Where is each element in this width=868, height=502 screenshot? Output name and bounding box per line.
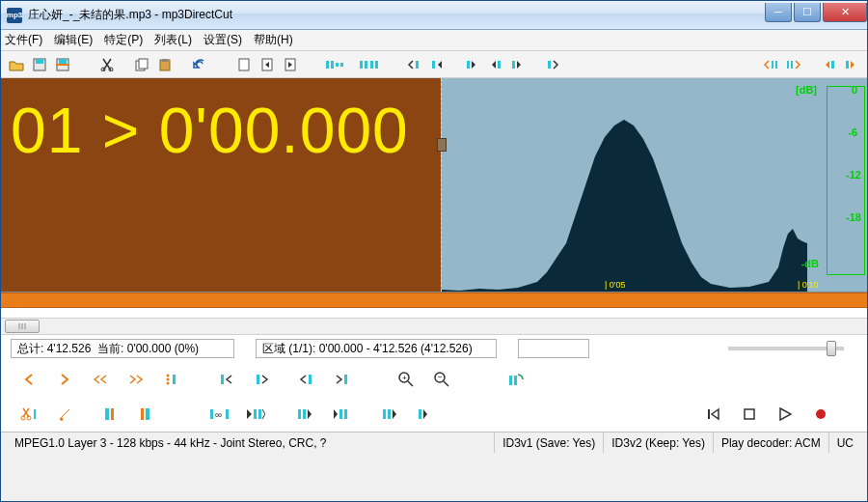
menu-settings[interactable]: 设置(S) xyxy=(203,32,242,48)
edit-shrink-left-icon[interactable] xyxy=(819,55,838,74)
overview-bar[interactable] xyxy=(1,293,867,308)
svg-rect-68 xyxy=(344,409,347,419)
svg-rect-52 xyxy=(514,376,517,385)
status-uc: UC xyxy=(829,432,861,453)
maximize-button[interactable]: ☐ xyxy=(794,3,821,22)
record-icon[interactable] xyxy=(802,401,838,428)
db-unit-label: [dB] xyxy=(796,84,817,96)
play-from-sel-end-icon[interactable] xyxy=(407,401,443,428)
svg-rect-28 xyxy=(772,61,773,69)
edit-jump-back-icon[interactable] xyxy=(761,55,780,74)
open-icon[interactable] xyxy=(7,55,26,74)
save-selection-icon[interactable] xyxy=(53,55,72,74)
svg-rect-56 xyxy=(105,408,109,420)
menu-list[interactable]: 列表(L) xyxy=(154,32,192,48)
sel-begin-next-icon[interactable] xyxy=(244,366,280,393)
close-button[interactable]: ✕ xyxy=(823,3,867,22)
total-value: 4'12.526 xyxy=(47,342,92,355)
play-sel-begin-icon[interactable] xyxy=(286,401,322,428)
titlebar[interactable]: mp3 庄心妍_-_未结的果.mp3 - mp3DirectCut ─ ☐ ✕ xyxy=(1,1,867,30)
play-sel-end-icon[interactable] xyxy=(371,401,407,428)
cursor-handle[interactable] xyxy=(437,138,447,152)
svg-rect-17 xyxy=(340,63,343,67)
marker-group-1-icon[interactable] xyxy=(325,55,344,74)
slider-thumb[interactable] xyxy=(827,341,836,356)
svg-line-49 xyxy=(444,381,448,386)
svg-rect-18 xyxy=(360,61,363,69)
paste-icon[interactable] xyxy=(155,55,175,74)
volume-slider[interactable] xyxy=(728,347,844,350)
trim-icon[interactable] xyxy=(46,401,82,428)
current-label: 当前: xyxy=(97,341,123,357)
svg-rect-30 xyxy=(787,61,789,69)
play-from-begin-icon[interactable] xyxy=(237,401,273,428)
svg-rect-60 xyxy=(210,409,213,419)
skip-back-large-icon[interactable] xyxy=(11,366,46,393)
rewind-icon[interactable] xyxy=(82,366,118,393)
set-begin-icon[interactable] xyxy=(92,401,127,428)
menu-file[interactable]: 文件(F) xyxy=(5,32,42,48)
zoom-in-icon[interactable]: + xyxy=(388,366,423,393)
svg-rect-10 xyxy=(162,59,168,62)
zoom-out-icon[interactable]: − xyxy=(423,366,459,393)
gap xyxy=(1,308,867,318)
save-icon[interactable] xyxy=(30,55,49,74)
nav-next-mark-icon[interactable] xyxy=(462,55,481,74)
sel-end-next-icon[interactable] xyxy=(323,366,359,393)
status-codec: MPEG1.0 Layer 3 - 128 kbps - 44 kHz - Jo… xyxy=(7,432,495,453)
region-label: 区域 (1/1): xyxy=(262,341,315,357)
cut-icon[interactable] xyxy=(97,55,117,74)
window-controls: ─ ☐ ✕ xyxy=(763,3,867,22)
db-peak: -dB xyxy=(801,258,819,269)
waveform-display[interactable]: 01 > 0'00.000 | 0'05 | 0'10 [dB] 0 -6 -1… xyxy=(1,78,867,293)
undo-icon[interactable] xyxy=(190,55,209,74)
marker-dots-icon[interactable] xyxy=(153,366,189,393)
minimize-button[interactable]: ─ xyxy=(765,3,792,22)
edit-transport-row: ∞ xyxy=(1,397,867,432)
skip-fwd-large-icon[interactable] xyxy=(46,366,82,393)
prev-track-icon[interactable] xyxy=(695,401,731,428)
play-to-sel-begin-icon[interactable] xyxy=(322,401,358,428)
time-display: 01 > 0'00.000 xyxy=(11,94,409,167)
sel-end-prev-icon[interactable] xyxy=(287,366,323,393)
region-field[interactable]: 区域 (1/1): 0'00.000 - 4'12.526 (4'12.526) xyxy=(256,339,497,358)
play-icon[interactable] xyxy=(767,401,802,428)
nav-prev-mark-icon[interactable] xyxy=(427,55,447,74)
nav-first-icon[interactable] xyxy=(404,55,423,74)
nav-last-icon[interactable] xyxy=(543,55,562,74)
marker-group-2-icon[interactable] xyxy=(360,55,379,74)
scroll-thumb[interactable] xyxy=(5,320,40,333)
app-window: mp3 庄心妍_-_未结的果.mp3 - mp3DirectCut ─ ☐ ✕ … xyxy=(0,0,868,502)
menu-help[interactable]: 帮助(H) xyxy=(254,32,293,48)
nav-prev-edit-icon[interactable] xyxy=(485,55,504,74)
edit-grow-right-icon[interactable] xyxy=(842,55,861,74)
auto-cue-icon[interactable] xyxy=(498,366,533,393)
doc-prev-icon[interactable] xyxy=(258,55,277,74)
menu-special[interactable]: 特定(P) xyxy=(104,32,143,48)
nav-next-edit-icon[interactable] xyxy=(508,55,528,74)
svg-rect-42 xyxy=(257,375,259,384)
doc-next-icon[interactable] xyxy=(281,55,300,74)
svg-rect-41 xyxy=(221,375,224,384)
menu-edit[interactable]: 编辑(E) xyxy=(54,32,93,48)
horizontal-scrollbar[interactable] xyxy=(1,318,867,335)
svg-rect-71 xyxy=(419,409,421,419)
doc-icon[interactable] xyxy=(234,55,254,74)
fast-fwd-icon[interactable] xyxy=(118,366,153,393)
svg-rect-65 xyxy=(298,409,301,419)
gain-field[interactable] xyxy=(518,339,589,358)
total-field[interactable]: 总计: 4'12.526 当前: 0'00.000 (0%) xyxy=(11,339,234,358)
waveform-svg xyxy=(441,98,807,292)
edit-jump-fwd-icon[interactable] xyxy=(784,55,803,74)
set-end-icon[interactable] xyxy=(127,401,163,428)
svg-rect-73 xyxy=(745,409,754,419)
copy-icon[interactable] xyxy=(132,55,151,74)
svg-rect-14 xyxy=(326,61,329,69)
svg-rect-24 xyxy=(467,61,470,69)
cut-selection-icon[interactable] xyxy=(11,401,46,428)
svg-rect-22 xyxy=(416,61,419,69)
sel-begin-prev-icon[interactable] xyxy=(208,366,244,393)
loop-play-icon[interactable]: ∞ xyxy=(202,401,237,428)
stop-icon[interactable] xyxy=(731,401,767,428)
svg-rect-29 xyxy=(775,61,777,69)
